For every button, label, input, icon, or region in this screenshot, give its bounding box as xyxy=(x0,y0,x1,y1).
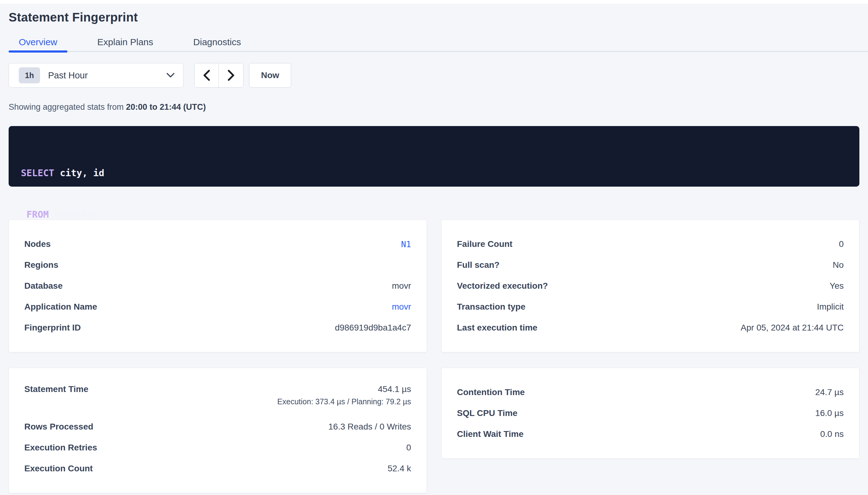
row-label: Full scan? xyxy=(457,260,499,270)
stats-line-prefix: Showing aggregated stats from xyxy=(9,102,126,112)
row-value: 0 xyxy=(839,239,844,249)
now-button[interactable]: Now xyxy=(249,63,291,88)
sql-keyword: SELECT xyxy=(21,168,54,178)
row-client-wait-time: Client Wait Time 0.0 ns xyxy=(457,424,844,445)
row-value: 16.0 µs xyxy=(815,408,844,418)
chevron-down-icon xyxy=(166,73,175,78)
row-label: Transaction type xyxy=(457,302,526,312)
row-label: Client Wait Time xyxy=(457,429,524,439)
row-label: Fingerprint ID xyxy=(24,323,81,333)
execution-attributes-card: Failure Count 0 Full scan? No Vectorized… xyxy=(441,220,860,352)
row-label: Application Name xyxy=(24,302,97,312)
row-label: Statement Time xyxy=(24,384,88,394)
row-regions: Regions xyxy=(24,255,411,275)
row-label: Last execution time xyxy=(457,323,537,333)
sql-keyword: FROM xyxy=(27,209,49,220)
row-value: Implicit xyxy=(817,302,844,312)
stats-line-range: 20:00 to 21:44 (UTC) xyxy=(126,102,206,112)
row-nodes: Nodes N1 xyxy=(24,234,411,255)
row-label: Nodes xyxy=(24,239,51,249)
row-label: Execution Count xyxy=(24,464,93,474)
tab-bar: Overview Explain Plans Diagnostics xyxy=(9,32,868,52)
row-full-scan: Full scan? No xyxy=(457,255,844,275)
tab-diagnostics[interactable]: Diagnostics xyxy=(183,33,251,51)
sql-statement-box: SELECT city, id FROM vehicles WHERE city… xyxy=(9,126,859,187)
row-value: Apr 05, 2024 at 21:44 UTC xyxy=(740,323,844,333)
row-vectorized-execution: Vectorized execution? Yes xyxy=(457,275,844,296)
row-label: Regions xyxy=(24,260,58,270)
row-value: 52.4 k xyxy=(388,464,411,474)
page-title: Statement Fingerprint xyxy=(9,11,859,24)
row-value: 0.0 ns xyxy=(820,429,844,439)
row-fingerprint-id: Fingerprint ID d986919d9ba1a4c7 xyxy=(24,317,411,338)
previous-time-button[interactable] xyxy=(195,63,219,87)
chevron-right-icon xyxy=(228,70,234,81)
row-last-execution-time: Last execution time Apr 05, 2024 at 21:4… xyxy=(457,317,844,338)
sql-text: city, id xyxy=(54,168,104,178)
sql-text: vehicles xyxy=(49,209,99,220)
row-value: 16.3 Reads / 0 Writes xyxy=(328,422,411,432)
summary-cards-grid: Nodes N1 Regions Database movr Applicati… xyxy=(9,220,859,493)
statement-timing-card: Statement Time 454.1 µs Execution: 373.4… xyxy=(9,368,427,493)
row-label: Failure Count xyxy=(457,239,512,249)
row-sql-cpu-time: SQL CPU Time 16.0 µs xyxy=(457,403,844,424)
row-execution-count: Execution Count 52.4 k xyxy=(24,458,411,479)
row-contention-time: Contention Time 24.7 µs xyxy=(457,382,844,403)
row-subvalue: Execution: 373.4 µs / Planning: 79.2 µs xyxy=(277,397,411,406)
time-step-group xyxy=(194,63,244,88)
time-range-label: Past Hour xyxy=(48,70,166,81)
row-label: Vectorized execution? xyxy=(457,281,548,291)
row-value: movr xyxy=(392,281,411,291)
row-label: SQL CPU Time xyxy=(457,408,518,418)
row-execution-retries: Execution Retries 0 xyxy=(24,437,411,458)
row-application-name: Application Name movr xyxy=(24,296,411,317)
row-rows-processed: Rows Processed 16.3 Reads / 0 Writes xyxy=(24,416,411,437)
tab-overview[interactable]: Overview xyxy=(9,33,67,51)
next-time-button[interactable] xyxy=(219,63,243,87)
row-label: Rows Processed xyxy=(24,422,93,432)
row-value: 24.7 µs xyxy=(815,387,844,397)
node-link[interactable]: N1 xyxy=(401,239,411,249)
row-statement-time: Statement Time 454.1 µs Execution: 373.4… xyxy=(24,382,411,416)
row-label: Database xyxy=(24,281,63,291)
row-failure-count: Failure Count 0 xyxy=(457,234,844,255)
row-value: 454.1 µs xyxy=(378,384,411,394)
time-range-select[interactable]: 1h Past Hour xyxy=(9,63,183,88)
application-name-link[interactable]: movr xyxy=(392,302,411,312)
row-value: Yes xyxy=(830,281,844,291)
row-label: Execution Retries xyxy=(24,443,97,453)
time-controls: 1h Past Hour Now xyxy=(9,63,859,88)
time-range-badge: 1h xyxy=(19,67,40,83)
row-label: Contention Time xyxy=(457,387,525,397)
aggregated-stats-line: Showing aggregated stats from 20:00 to 2… xyxy=(9,102,859,112)
tab-explain-plans[interactable]: Explain Plans xyxy=(87,33,163,51)
sql-line: SELECT city, id xyxy=(21,166,847,180)
chevron-left-icon xyxy=(203,70,210,81)
statement-details-card: Nodes N1 Regions Database movr Applicati… xyxy=(9,220,427,352)
row-transaction-type: Transaction type Implicit xyxy=(457,296,844,317)
row-database: Database movr xyxy=(24,275,411,296)
wait-time-card: Contention Time 24.7 µs SQL CPU Time 16.… xyxy=(441,368,860,459)
row-value: 0 xyxy=(406,443,411,453)
row-value: No xyxy=(833,260,844,270)
top-white-strip xyxy=(0,0,868,4)
row-value: d986919d9ba1a4c7 xyxy=(335,323,411,333)
